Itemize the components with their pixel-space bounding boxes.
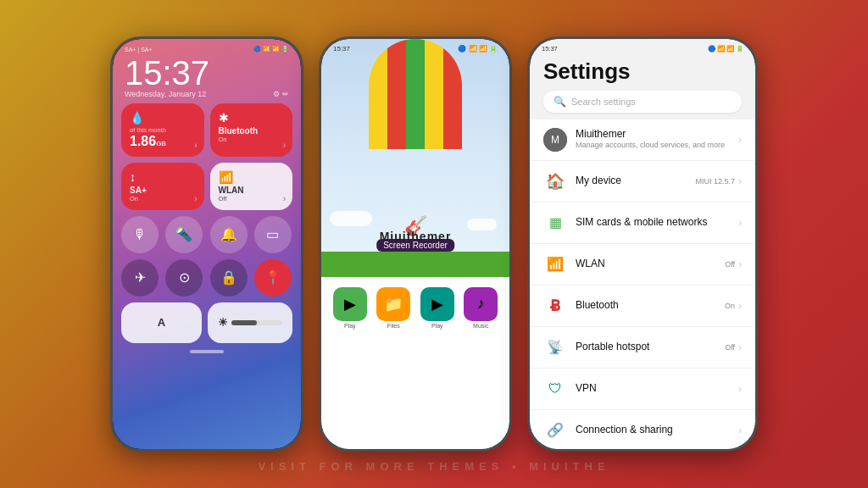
app-item-2[interactable]: 📁 Files bbox=[374, 287, 415, 329]
circle-btn[interactable]: ⊙ bbox=[165, 259, 203, 297]
torch-btn[interactable]: 🔦 bbox=[165, 216, 203, 253]
chevron-icon: › bbox=[738, 134, 742, 146]
mydevice-name: My device bbox=[576, 175, 687, 186]
home-indicator-bar bbox=[190, 350, 224, 353]
phone1-shell: SA+ | SA+ 🔵 📶 📶 🔋 15:37 Wednesday, Janua… bbox=[110, 36, 303, 452]
phone1-tiles: 💧 of this month 1.86GB › ✱ Bluetooth On … bbox=[113, 103, 301, 210]
miuithemer-content: Miuithemer Manage accounts, cloud servic… bbox=[576, 128, 730, 151]
avatar-circle: M bbox=[543, 128, 567, 152]
connection-name: Connection & sharing bbox=[576, 424, 730, 435]
bluetooth-right: On › bbox=[725, 300, 742, 312]
balloon-scene: 🎸 Screen Recorder Miuithemer bbox=[321, 39, 509, 277]
sa-tile[interactable]: ↕ SA+ On › bbox=[121, 163, 204, 210]
phone2-shell: 15:37 🔵 📶 📶 🔋 🎸 Screen Recorder bbox=[319, 36, 512, 452]
app-grid: ▶ Play 📁 Files ▶ Play ♪ Music bbox=[326, 284, 504, 332]
app-name-overlay: Miuithemer bbox=[321, 230, 509, 243]
hotspot-icon: 📡 bbox=[543, 336, 567, 359]
phone3-screen: 15:37 🔵 📶 📶 🔋 Settings 🔍 Search settings… bbox=[530, 39, 755, 449]
phone3-status-icons: 🔵 📶 📶 🔋 bbox=[708, 45, 743, 53]
search-icon: 🔍 bbox=[554, 96, 566, 108]
sim-name: SIM cards & mobile networks bbox=[576, 216, 730, 228]
app-label-play: Play bbox=[344, 323, 356, 329]
wlan-content: WLAN bbox=[576, 258, 716, 269]
miuithemer-name: Miuithemer bbox=[576, 128, 730, 140]
app-item-4[interactable]: ♪ Music bbox=[461, 287, 502, 329]
data-arrow: › bbox=[194, 141, 197, 150]
wlan-tile[interactable]: 📶 WLAN Off › bbox=[210, 163, 293, 210]
vpn-name: VPN bbox=[576, 382, 730, 394]
settings-item-hotspot[interactable]: 📡 Portable hotspot Off › bbox=[530, 327, 755, 369]
connection-right: › bbox=[738, 424, 742, 436]
data-tile[interactable]: 💧 of this month 1.86GB › bbox=[121, 103, 204, 157]
phone1-date: Wednesday, January 12 ⚙ ✏ bbox=[113, 90, 301, 103]
bluetooth-icon: Ƀ bbox=[543, 294, 567, 318]
sa-status: On bbox=[130, 195, 196, 202]
mic-btn[interactable]: 🎙 bbox=[121, 216, 159, 253]
bluetooth-name: Bluetooth bbox=[576, 299, 716, 311]
sa-label: SA+ bbox=[130, 186, 196, 195]
vpn-content: VPN bbox=[576, 382, 730, 394]
bt-arrow: › bbox=[283, 141, 286, 150]
settings-title: Settings bbox=[543, 59, 742, 84]
bell-btn[interactable]: 🔔 bbox=[210, 216, 248, 253]
vpn-icon: 🛡 bbox=[543, 377, 567, 401]
bt-icon: ✱ bbox=[219, 111, 285, 125]
sim-icon: ▦ bbox=[543, 211, 567, 235]
wlan-value: Off bbox=[725, 260, 735, 269]
settings-item-sim[interactable]: ▦ SIM cards & mobile networks › bbox=[530, 202, 755, 244]
sim-content: SIM cards & mobile networks bbox=[576, 216, 730, 228]
settings-item-mydevice[interactable]: 🏠 My device MIUI 12.5.7 › bbox=[530, 161, 755, 202]
phone1-status-icons: 🔵 📶 📶 🔋 bbox=[253, 46, 289, 53]
sa-arrow: › bbox=[194, 194, 197, 203]
text-a-tile[interactable]: A bbox=[121, 302, 202, 343]
app-name-text: Miuithemer bbox=[380, 230, 452, 243]
chevron-icon: › bbox=[738, 217, 742, 229]
app-item-1[interactable]: ▶ Play bbox=[330, 287, 370, 329]
mydevice-value: MIUI 12.5.7 bbox=[695, 177, 735, 186]
brightness-tile[interactable]: ☀ bbox=[208, 302, 292, 343]
chevron-icon: › bbox=[738, 383, 742, 395]
phone2-app-drawer: ▶ Play 📁 Files ▶ Play ♪ Music bbox=[321, 277, 509, 449]
search-placeholder: Search settings bbox=[571, 97, 636, 107]
miuithemer-sub: Manage accounts, cloud services, and mor… bbox=[576, 141, 730, 151]
app-icon-play2: ▶ bbox=[420, 287, 454, 321]
phone1-date-text: Wednesday, January 12 bbox=[125, 90, 206, 98]
text-a-label: A bbox=[158, 316, 165, 329]
sa-icon: ↕ bbox=[130, 170, 196, 184]
location-btn[interactable]: 📍 bbox=[254, 259, 292, 297]
ground bbox=[321, 252, 509, 277]
settings-item-wlan[interactable]: 📶 WLAN Off › bbox=[530, 244, 755, 286]
wlan-right: Off › bbox=[725, 258, 742, 270]
airplane-btn[interactable]: ✈ bbox=[121, 259, 159, 297]
app-item-3[interactable]: ▶ Play bbox=[417, 287, 458, 329]
app-icon-play: ▶ bbox=[333, 287, 367, 321]
bt-status: On bbox=[219, 136, 285, 143]
settings-header: Settings 🔍 Search settings bbox=[530, 56, 755, 119]
settings-item-bluetooth[interactable]: Ƀ Bluetooth On › bbox=[530, 286, 755, 327]
lock-btn[interactable]: 🔒 bbox=[210, 259, 248, 297]
settings-item-miuithemer[interactable]: M Miuithemer Manage accounts, cloud serv… bbox=[530, 119, 755, 161]
mydevice-content: My device bbox=[576, 175, 687, 186]
app-label-files: Files bbox=[387, 323, 400, 329]
wlan-name: WLAN bbox=[576, 258, 716, 269]
phone2-time: 15:37 bbox=[333, 45, 350, 53]
phone2-statusbar: 15:37 🔵 📶 📶 🔋 bbox=[321, 39, 509, 58]
bluetooth-content: Bluetooth bbox=[576, 299, 716, 311]
settings-item-connection[interactable]: 🔗 Connection & sharing › bbox=[530, 410, 755, 449]
wlan-icon: 📶 bbox=[219, 170, 285, 184]
data-value: 1.86GB bbox=[130, 134, 196, 149]
phone3-shell: 15:37 🔵 📶 📶 🔋 Settings 🔍 Search settings… bbox=[527, 36, 758, 452]
phone1-icon-row1: 🎙 🔦 🔔 ▭ bbox=[113, 216, 301, 253]
mydevice-icon: 🏠 bbox=[543, 169, 567, 193]
hotspot-content: Portable hotspot bbox=[576, 341, 716, 352]
bluetooth-value: On bbox=[725, 302, 735, 310]
phone1-carrier: SA+ | SA+ bbox=[125, 47, 153, 53]
bluetooth-tile[interactable]: ✱ Bluetooth On › bbox=[210, 103, 293, 157]
search-bar[interactable]: 🔍 Search settings bbox=[543, 91, 742, 113]
cloud2 bbox=[467, 219, 497, 230]
screen-btn[interactable]: ▭ bbox=[254, 216, 292, 253]
data-sub: of this month bbox=[130, 126, 196, 134]
watermark: VISIT FOR MORE THEMES • MIUITHE bbox=[0, 460, 868, 473]
settings-item-vpn[interactable]: 🛡 VPN › bbox=[530, 369, 755, 410]
sim-right: › bbox=[738, 217, 742, 229]
